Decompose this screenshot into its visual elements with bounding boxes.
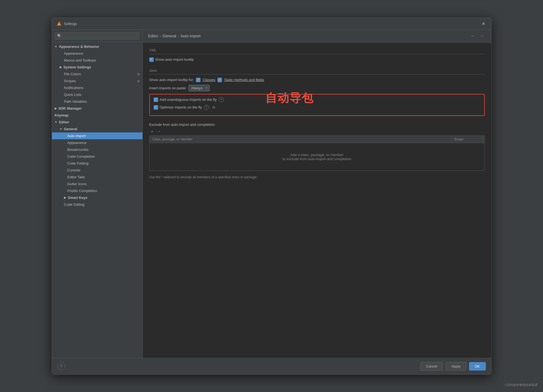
settings-dialog: Settings ✕ Appearance & Behavior Appeara… bbox=[52, 18, 492, 375]
sidebar-item-system-settings[interactable]: System Settings bbox=[52, 64, 142, 71]
search-bar bbox=[52, 30, 142, 42]
sidebar-item-editor-tabs[interactable]: Editor Tabs bbox=[52, 174, 142, 180]
sidebar-label-file-colors: File Colors bbox=[64, 72, 81, 76]
apply-button[interactable]: Apply bbox=[446, 362, 466, 371]
sidebar-item-auto-import[interactable]: Auto Import bbox=[52, 132, 142, 139]
table-body: Add a class, package, or member to exclu… bbox=[150, 143, 484, 171]
remove-exclude-button[interactable]: − bbox=[156, 129, 162, 134]
sidebar-label-appearance2: Appearance bbox=[67, 141, 87, 145]
exclude-table: Class, package, or member Scope Add a cl… bbox=[149, 135, 485, 171]
sidebar-item-code-editing[interactable]: Code Editing bbox=[52, 201, 142, 208]
add-unambiguous-label[interactable]: Add unambiguous imports on the fly bbox=[154, 98, 217, 102]
forward-button[interactable]: → bbox=[478, 33, 486, 39]
close-button[interactable]: ✕ bbox=[480, 20, 487, 27]
optimize-imports-help-icon[interactable]: ? bbox=[204, 105, 209, 110]
table-header: Class, package, or member Scope bbox=[150, 136, 484, 143]
sidebar-item-sdk-manager[interactable]: SDK Manager bbox=[52, 105, 142, 112]
exclude-section: Exclude from auto-import and completion:… bbox=[149, 123, 485, 180]
java-static-label: Static methods and fields bbox=[224, 78, 264, 82]
java-tooltip-for-label: Show auto-import tooltip for: bbox=[149, 78, 194, 82]
xml-tooltip-checkbox[interactable] bbox=[149, 57, 154, 62]
chevron-system-settings bbox=[60, 66, 62, 69]
back-button[interactable]: ← bbox=[469, 33, 477, 39]
xml-section-label: XML bbox=[149, 48, 485, 54]
sidebar-item-postfix-completion[interactable]: Postfix Completion bbox=[52, 187, 142, 194]
dialog-footer: ? Cancel Apply OK bbox=[52, 358, 491, 374]
sidebar-item-code-folding[interactable]: Code Folding bbox=[52, 160, 142, 167]
sidebar-item-keymap[interactable]: Keymap bbox=[52, 112, 142, 119]
sidebar-label-code-folding: Code Folding bbox=[67, 161, 89, 165]
add-unambiguous-row: Add unambiguous imports on the fly ? bbox=[154, 97, 480, 102]
dialog-title: Settings bbox=[64, 22, 77, 26]
sidebar-label-code-completion: Code Completion bbox=[67, 154, 95, 159]
nav-arrows: ← → bbox=[469, 33, 486, 39]
sidebar-item-appearance-behavior[interactable]: Appearance & Behavior bbox=[52, 43, 142, 50]
title-bar-left: Settings bbox=[56, 21, 77, 26]
breadcrumb-general: General bbox=[162, 34, 176, 38]
sidebar-label-notifications: Notifications bbox=[64, 86, 84, 90]
wildcard-hint: Use the * wildcard to exclude all member… bbox=[149, 175, 485, 180]
highlighted-options-box: Add unambiguous imports on the fly ? Opt… bbox=[149, 94, 485, 116]
sidebar-label-appearance-behavior: Appearance & Behavior bbox=[59, 45, 99, 49]
java-section-label: Java bbox=[149, 68, 485, 74]
java-section: Java Show auto-import tooltip for: Class… bbox=[149, 68, 485, 116]
sidebar-nav: Appearance & Behavior Appearance Menus a… bbox=[52, 42, 142, 358]
insert-imports-dropdown-wrapper: Always Ask Never ▼ bbox=[189, 85, 210, 91]
sidebar-item-path-variables[interactable]: Path Variables bbox=[52, 98, 142, 105]
optimize-imports-settings-icon[interactable]: ▤ bbox=[211, 105, 216, 110]
search-input[interactable] bbox=[55, 32, 140, 40]
sidebar-label-general: General bbox=[64, 127, 77, 131]
add-exclude-button[interactable]: + bbox=[149, 129, 155, 134]
optimize-imports-checkbox[interactable] bbox=[154, 105, 158, 110]
sidebar-label-postfix-completion: Postfix Completion bbox=[67, 189, 97, 193]
exclude-toolbar: + − bbox=[149, 129, 485, 134]
sidebar-label-appearance: Appearance bbox=[64, 51, 83, 55]
footer-right: Cancel Apply OK bbox=[420, 362, 486, 371]
add-unambiguous-help-icon[interactable]: ? bbox=[219, 97, 224, 102]
sidebar-item-appearance[interactable]: Appearance bbox=[52, 50, 142, 57]
content-header: Editor › General › Auto Import ← → bbox=[143, 30, 491, 43]
sidebar-item-notifications[interactable]: Notifications bbox=[52, 84, 142, 91]
breadcrumb-editor: Editor bbox=[148, 34, 158, 38]
chevron-sdk-manager bbox=[55, 107, 57, 110]
sidebar-item-gutter-icons[interactable]: Gutter Icons bbox=[52, 180, 142, 187]
sidebar-label-breadcrumbs: Breadcrumbs bbox=[67, 148, 89, 152]
optimize-imports-row: Optimize imports on the fly ? ▤ bbox=[154, 105, 480, 110]
sidebar-item-menus-toolbars[interactable]: Menus and Toolbars bbox=[52, 57, 142, 64]
sidebar-item-code-completion[interactable]: Code Completion bbox=[52, 153, 142, 160]
breadcrumb: Editor › General › Auto Import bbox=[148, 34, 201, 38]
cancel-button[interactable]: Cancel bbox=[420, 362, 443, 371]
sidebar-item-quick-lists[interactable]: Quick Lists bbox=[52, 91, 142, 98]
xml-tooltip-label[interactable]: Show auto-import tooltip bbox=[149, 57, 194, 62]
sidebar-item-console[interactable]: Console bbox=[52, 167, 142, 174]
add-unambiguous-checkbox[interactable] bbox=[154, 98, 158, 102]
optimize-imports-label[interactable]: Optimize imports on the fly bbox=[154, 105, 202, 110]
table-col-main-header: Class, package, or member bbox=[150, 136, 451, 143]
sidebar-item-file-colors[interactable]: File Colors ▤ bbox=[52, 71, 142, 77]
sidebar-item-scopes[interactable]: Scopes ▤ bbox=[52, 77, 142, 84]
sidebar-item-editor[interactable]: Editor bbox=[52, 119, 142, 126]
sidebar-label-editor-tabs: Editor Tabs bbox=[67, 175, 85, 179]
insert-imports-select[interactable]: Always Ask Never bbox=[189, 85, 210, 91]
xml-section: XML Show auto-import tooltip bbox=[149, 48, 485, 62]
sidebar-label-system-settings: System Settings bbox=[64, 65, 91, 69]
sidebar-item-general[interactable]: General bbox=[52, 126, 142, 132]
ok-button[interactable]: OK bbox=[469, 362, 486, 371]
scopes-icon: ▤ bbox=[137, 79, 140, 82]
add-unambiguous-text: Add unambiguous imports on the fly bbox=[160, 98, 217, 102]
watermark: CSDN@布鲁斯的单双调 bbox=[505, 383, 538, 387]
sidebar-item-breadcrumbs[interactable]: Breadcrumbs bbox=[52, 146, 142, 153]
sidebar-label-console: Console bbox=[67, 168, 81, 172]
content-area: Editor › General › Auto Import ← → XML bbox=[143, 30, 491, 358]
sidebar-label-keymap: Keymap bbox=[55, 113, 69, 117]
table-col-scope-header: Scope bbox=[451, 136, 484, 143]
chevron-general bbox=[60, 127, 62, 130]
sidebar-label-smart-keys: Smart Keys bbox=[68, 196, 88, 200]
sidebar-item-appearance2[interactable]: Appearance bbox=[52, 139, 142, 146]
java-static-checkbox[interactable] bbox=[217, 78, 222, 82]
java-tooltip-row: Show auto-import tooltip for: Classes St… bbox=[149, 78, 485, 82]
sidebar-item-smart-keys[interactable]: Smart Keys bbox=[52, 194, 142, 201]
java-classes-checkbox[interactable] bbox=[196, 78, 200, 82]
app-icon bbox=[56, 21, 62, 26]
help-button[interactable]: ? bbox=[57, 362, 65, 370]
